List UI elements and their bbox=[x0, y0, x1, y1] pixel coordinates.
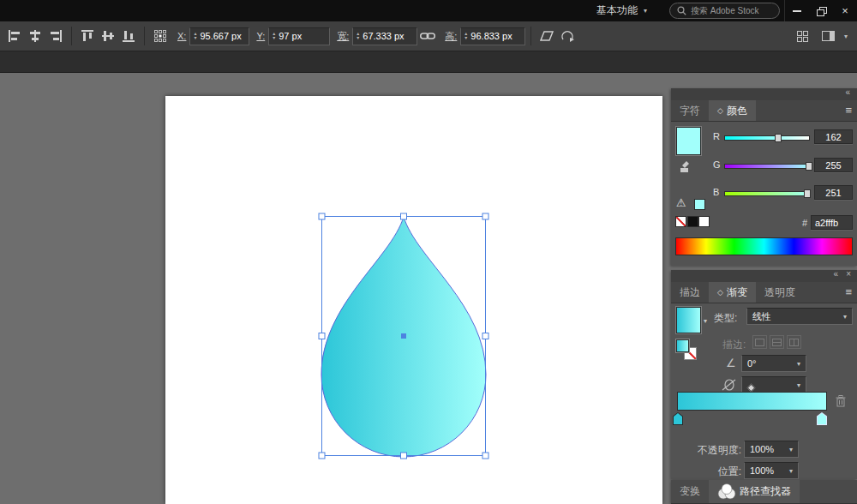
slider-handle[interactable] bbox=[806, 162, 812, 171]
green-slider[interactable] bbox=[724, 164, 810, 169]
panel-header: « × bbox=[671, 270, 857, 282]
shape-center-point[interactable] bbox=[401, 333, 406, 339]
blue-value-field[interactable]: 251 bbox=[814, 185, 853, 200]
position-label: 位置: bbox=[688, 465, 741, 479]
chevron-down-icon[interactable]: ▾ bbox=[704, 317, 707, 325]
gradient-stop-start[interactable] bbox=[673, 412, 683, 425]
collapse-panel-icon[interactable]: « bbox=[833, 269, 838, 279]
workspace-switcher[interactable]: 基本功能 ▾ bbox=[588, 0, 656, 21]
rotate-button[interactable] bbox=[557, 26, 578, 46]
color-spectrum-bar[interactable] bbox=[675, 237, 853, 255]
chevron-down-icon[interactable]: ▾ bbox=[844, 33, 848, 40]
hex-value-field[interactable]: a2fffb bbox=[811, 215, 853, 230]
tab-transform[interactable]: 变换 bbox=[671, 480, 709, 503]
slider-handle[interactable] bbox=[775, 134, 782, 142]
reference-point-locator[interactable] bbox=[150, 26, 171, 46]
black-swatch[interactable] bbox=[687, 216, 698, 227]
width-stepper[interactable]: ▴▾ bbox=[357, 32, 359, 40]
pathfinder-icon bbox=[717, 483, 736, 500]
stepper-down-icon[interactable]: ▾ bbox=[357, 36, 359, 40]
width-value: 67.333 px bbox=[363, 31, 404, 41]
collapse-panel-icon[interactable]: « bbox=[845, 87, 850, 97]
stepper-down-icon[interactable]: ▾ bbox=[194, 36, 196, 40]
control-bar: X: ▴▾ 95.667 px Y: ▴▾ 97 px 宽: ▴▾ 67.333… bbox=[0, 21, 857, 51]
align-middle-v-button[interactable] bbox=[98, 26, 118, 46]
chevron-down-icon: ▾ bbox=[789, 467, 793, 475]
document-tab-bar bbox=[0, 51, 857, 73]
align-bottom-button[interactable] bbox=[118, 26, 139, 46]
red-slider[interactable] bbox=[724, 135, 810, 141]
stop-position-select[interactable]: 100% ▾ bbox=[744, 462, 799, 479]
illustrator-window: 基本功能 ▾ 搜索 Adobe Stock × X: ▴▾ 95.667 px … bbox=[0, 0, 857, 504]
y-field[interactable]: ▴▾ 97 px bbox=[268, 27, 330, 45]
y-stepper[interactable]: ▴▾ bbox=[273, 32, 275, 40]
restore-button[interactable] bbox=[809, 0, 833, 21]
close-panel-icon[interactable]: × bbox=[846, 269, 851, 279]
gradient-angle-select[interactable]: 0° ▾ bbox=[741, 355, 806, 372]
tab-character[interactable]: 字符 bbox=[671, 100, 709, 121]
out-of-gamut-warning-icon[interactable]: ⚠ bbox=[676, 196, 686, 209]
x-stepper[interactable]: ▴▾ bbox=[194, 32, 196, 40]
panel-menu-icon[interactable]: ≡ bbox=[845, 104, 852, 117]
align-right-button[interactable] bbox=[45, 26, 66, 46]
tab-color[interactable]: ◇ 颜色 bbox=[709, 100, 756, 121]
gradient-type-select[interactable]: 线性 ▾ bbox=[746, 308, 853, 325]
slider-handle[interactable] bbox=[804, 189, 811, 198]
y-label[interactable]: Y: bbox=[256, 31, 265, 41]
stroke-along-button[interactable] bbox=[770, 335, 784, 349]
stock-search-input[interactable]: 搜索 Adobe Stock bbox=[669, 3, 780, 19]
close-button[interactable]: × bbox=[833, 0, 857, 21]
height-label[interactable]: 高: bbox=[445, 30, 457, 43]
tab-stroke[interactable]: 描边 bbox=[671, 282, 709, 303]
chevron-down-icon: ▾ bbox=[644, 7, 647, 15]
stepper-down-icon[interactable]: ▾ bbox=[464, 36, 467, 40]
stroke-within-button[interactable] bbox=[752, 335, 767, 349]
stroke-across-button[interactable] bbox=[787, 335, 801, 349]
panels-icon bbox=[822, 31, 835, 41]
width-field[interactable]: ▴▾ 67.333 px bbox=[352, 27, 417, 45]
gradient-stop-end[interactable] bbox=[817, 412, 827, 425]
tab-label: 颜色 bbox=[727, 104, 747, 118]
angle-icon: ∠ bbox=[726, 357, 736, 369]
align-top-button[interactable] bbox=[77, 26, 98, 46]
height-stepper[interactable]: ▴▾ bbox=[464, 32, 467, 40]
x-label[interactable]: X: bbox=[177, 31, 186, 41]
tab-label: 透明度 bbox=[764, 285, 795, 300]
tab-pathfinder[interactable]: 路径查找器 bbox=[709, 480, 800, 503]
panel-menu-icon[interactable]: ≡ bbox=[845, 285, 852, 298]
height-field[interactable]: ▴▾ 96.833 px bbox=[460, 27, 525, 45]
tab-transparency[interactable]: 透明度 bbox=[756, 282, 804, 303]
red-value-field[interactable]: 162 bbox=[814, 129, 853, 144]
x-field[interactable]: ▴▾ 95.667 px bbox=[189, 27, 249, 45]
stepper-down-icon[interactable]: ▾ bbox=[273, 36, 275, 40]
red-slider-row: R 162 bbox=[671, 129, 857, 145]
y-value: 97 px bbox=[279, 31, 302, 41]
white-swatch[interactable] bbox=[698, 216, 710, 227]
align-center-h-icon bbox=[29, 30, 41, 42]
blue-slider[interactable] bbox=[724, 191, 810, 196]
artboard[interactable] bbox=[165, 96, 662, 504]
gradient-slider-bar[interactable] bbox=[677, 392, 827, 411]
gamut-color-swatch[interactable] bbox=[694, 199, 705, 210]
shear-button[interactable] bbox=[536, 26, 557, 46]
none-swatch[interactable] bbox=[675, 216, 686, 227]
align-left-button[interactable] bbox=[4, 26, 25, 46]
gradient-stroke-options bbox=[752, 335, 801, 349]
minimize-button[interactable] bbox=[785, 0, 809, 21]
align-right-icon bbox=[50, 30, 62, 42]
gradient-fill-proxy[interactable] bbox=[676, 339, 689, 352]
restore-icon bbox=[817, 7, 826, 15]
workspace-panels-button[interactable] bbox=[818, 26, 839, 46]
control-bar-right: ▾ bbox=[793, 26, 853, 46]
delete-stop-icon[interactable] bbox=[836, 395, 846, 407]
tab-gradient[interactable]: ◇ 渐变 bbox=[709, 282, 756, 303]
tab-label: 渐变 bbox=[727, 285, 747, 300]
green-value-field[interactable]: 255 bbox=[814, 158, 853, 172]
stop-opacity-select[interactable]: 100% ▾ bbox=[744, 441, 799, 458]
align-center-h-button[interactable] bbox=[25, 26, 45, 46]
width-label[interactable]: 宽: bbox=[337, 30, 349, 43]
constrain-proportions-button[interactable] bbox=[417, 26, 438, 46]
gradient-preview-swatch[interactable] bbox=[676, 307, 701, 333]
tab-label: 字符 bbox=[680, 104, 700, 118]
arrange-documents-button[interactable] bbox=[793, 26, 813, 46]
